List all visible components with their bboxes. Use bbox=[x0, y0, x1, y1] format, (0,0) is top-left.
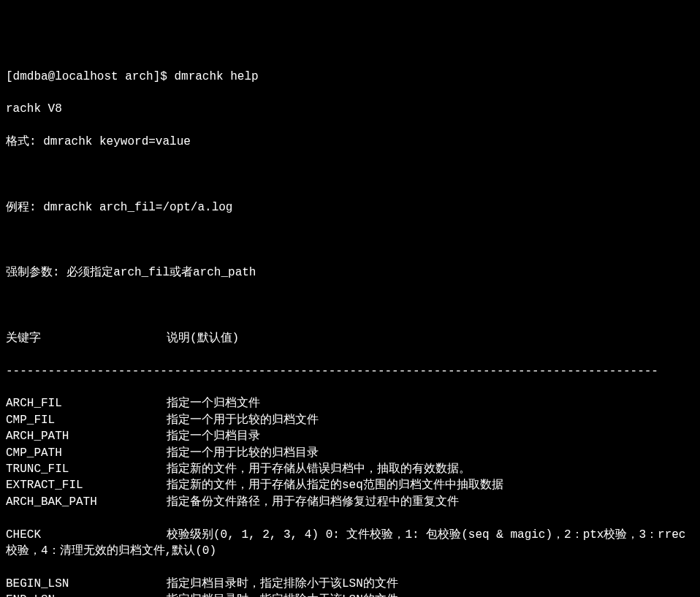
param-key: ARCH_FIL bbox=[6, 395, 167, 411]
param-desc: 指定一个用于比较的归档目录 bbox=[167, 446, 319, 460]
required-label: 强制参数: bbox=[6, 266, 66, 279]
header-line: 关键字说明(默认值) bbox=[6, 330, 694, 346]
command-text: dmrachk help bbox=[174, 70, 258, 83]
param-row: END_LSN指定归档目录时，指定排除大于该LSN的文件 bbox=[6, 592, 694, 597]
param-row-check: CHECK校验级别(0, 1, 2, 3, 4) 0: 文件校验，1: 包校验(… bbox=[6, 527, 694, 560]
param-key: CMP_PATH bbox=[6, 445, 167, 461]
param-row: CMP_PATH指定一个用于比较的归档目录 bbox=[6, 445, 694, 461]
param-row: ARCH_BAK_PATH指定备份文件路径，用于存储归档修复过程中的重复文件 bbox=[6, 494, 694, 510]
blank-line bbox=[6, 232, 694, 248]
param-key: ARCH_BAK_PATH bbox=[6, 494, 167, 510]
header-key: 关键字 bbox=[6, 330, 167, 346]
version-line: rachk V8 bbox=[6, 101, 694, 117]
required-line: 强制参数: 必须指定arch_fil或者arch_path bbox=[6, 265, 694, 281]
param-desc: 指定新的文件，用于存储从错误归档中，抽取的有效数据。 bbox=[167, 463, 471, 476]
blank-line bbox=[6, 167, 694, 183]
param-key: ARCH_PATH bbox=[6, 428, 167, 444]
blank-line bbox=[6, 297, 694, 313]
usage-label: 格式: bbox=[6, 135, 43, 148]
param-desc: 指定新的文件，用于存储从指定的seq范围的归档文件中抽取数据 bbox=[167, 479, 503, 492]
usage-line: 格式: dmrachk keyword=value bbox=[6, 134, 694, 150]
param-key: EXTRACT_FIL bbox=[6, 477, 167, 493]
param-key: CHECK bbox=[6, 527, 167, 543]
divider-line: ----------------------------------------… bbox=[6, 363, 694, 379]
param-row: EXTRACT_FIL指定新的文件，用于存储从指定的seq范围的归档文件中抽取数… bbox=[6, 477, 694, 493]
param-key: END_LSN bbox=[6, 592, 167, 597]
usage-value: dmrachk keyword=value bbox=[43, 135, 191, 148]
param-row: ARCH_FIL指定一个归档文件 bbox=[6, 395, 694, 411]
param-key: BEGIN_LSN bbox=[6, 576, 167, 592]
param-desc: 指定一个归档目录 bbox=[167, 430, 260, 443]
param-desc: 指定归档目录时，指定排除小于该LSN的文件 bbox=[167, 577, 398, 590]
example-value: dmrachk arch_fil=/opt/a.log bbox=[43, 201, 232, 214]
example-label: 例程: bbox=[6, 201, 43, 214]
param-row: ARCH_PATH指定一个归档目录 bbox=[6, 428, 694, 444]
param-row: BEGIN_LSN指定归档目录时，指定排除小于该LSN的文件 bbox=[6, 576, 694, 592]
param-desc: 指定一个用于比较的归档文件 bbox=[167, 414, 319, 427]
required-value: 必须指定arch_fil或者arch_path bbox=[66, 266, 256, 279]
param-row: TRUNC_FIL指定新的文件，用于存储从错误归档中，抽取的有效数据。 bbox=[6, 461, 694, 477]
header-desc: 说明(默认值) bbox=[167, 332, 239, 345]
example-line: 例程: dmrachk arch_fil=/opt/a.log bbox=[6, 199, 694, 216]
prompt-line: [dmdba@localhost arch]$ dmrachk help bbox=[6, 69, 694, 85]
param-key: TRUNC_FIL bbox=[6, 461, 167, 477]
param-desc: 指定备份文件路径，用于存储归档修复过程中的重复文件 bbox=[167, 495, 459, 509]
shell-prompt: [dmdba@localhost arch]$ bbox=[6, 70, 174, 83]
param-desc: 指定归档目录时，指定排除大于该LSN的文件 bbox=[167, 593, 398, 597]
param-row: CMP_FIL指定一个用于比较的归档文件 bbox=[6, 412, 694, 428]
param-desc: 指定一个归档文件 bbox=[167, 397, 260, 410]
param-key: CMP_FIL bbox=[6, 412, 167, 428]
